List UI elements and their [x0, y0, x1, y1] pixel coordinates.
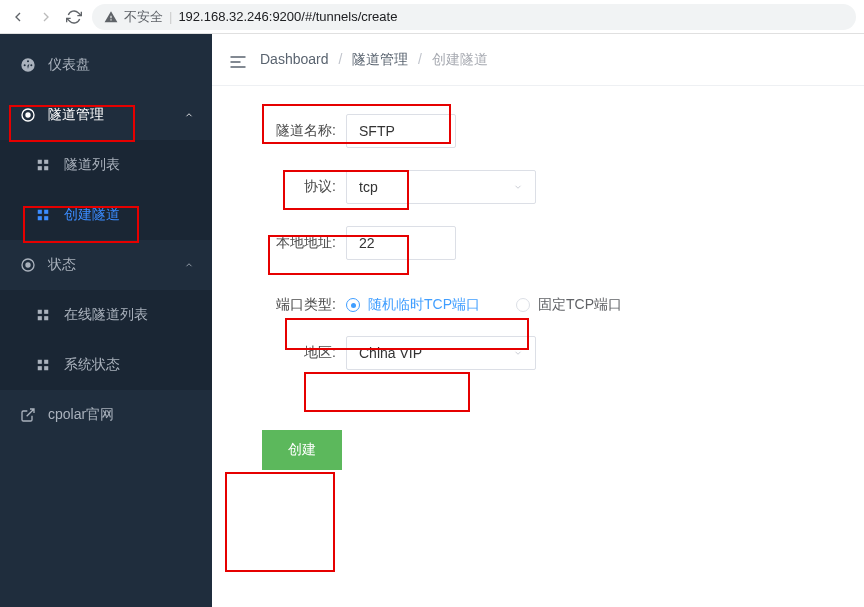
breadcrumb: Dashboard / 隧道管理 / 创建隧道 — [260, 51, 488, 69]
back-icon[interactable] — [8, 7, 28, 27]
svg-point-1 — [26, 113, 30, 117]
svg-rect-15 — [44, 316, 48, 320]
sidebar-label: 在线隧道列表 — [64, 306, 148, 324]
sidebar: 仪表盘 隧道管理 隧道列表 创建隧道 状态 在线隧道列表 系统状态 — [0, 34, 212, 607]
svg-rect-12 — [38, 310, 42, 314]
sidebar-label: 状态 — [48, 256, 76, 274]
sidebar-item-tunnel-mgmt[interactable]: 隧道管理 — [0, 90, 212, 140]
svg-rect-16 — [38, 360, 42, 364]
tunnel-name-label: 隧道名称: — [252, 122, 346, 140]
sidebar-label: 创建隧道 — [64, 206, 120, 224]
external-link-icon — [20, 407, 36, 423]
svg-rect-3 — [44, 160, 48, 164]
sidebar-item-sys-status[interactable]: 系统状态 — [0, 340, 212, 390]
radio-fixed-port[interactable]: 固定TCP端口 — [516, 296, 622, 314]
region-label: 地区: — [252, 344, 346, 362]
svg-rect-4 — [38, 166, 42, 170]
region-select[interactable]: China VIP — [346, 336, 536, 370]
svg-rect-17 — [44, 360, 48, 364]
sidebar-label: 仪表盘 — [48, 56, 90, 74]
sidebar-label: 隧道列表 — [64, 156, 120, 174]
sidebar-label: cpolar官网 — [48, 406, 114, 424]
port-type-label: 端口类型: — [252, 296, 346, 314]
protocol-label: 协议: — [252, 178, 346, 196]
svg-rect-6 — [38, 210, 42, 214]
grid-icon — [36, 308, 50, 322]
sidebar-item-create-tunnel[interactable]: 创建隧道 — [0, 190, 212, 240]
chevron-down-icon — [513, 179, 523, 195]
svg-rect-7 — [44, 210, 48, 214]
forward-icon[interactable] — [36, 7, 56, 27]
svg-point-11 — [26, 263, 30, 267]
reload-icon[interactable] — [64, 7, 84, 27]
local-addr-label: 本地地址: — [252, 234, 346, 252]
svg-rect-8 — [38, 216, 42, 220]
sidebar-item-cpolar-site[interactable]: cpolar官网 — [0, 390, 212, 440]
crumb-tunnel-mgmt[interactable]: 隧道管理 — [352, 51, 408, 67]
svg-rect-18 — [38, 366, 42, 370]
chevron-down-icon — [513, 345, 523, 361]
sidebar-label: 系统状态 — [64, 356, 120, 374]
insecure-label: 不安全 — [124, 8, 163, 26]
target-icon — [20, 107, 36, 123]
chevron-up-icon — [184, 107, 194, 123]
menu-toggle-icon[interactable] — [228, 52, 248, 68]
grid-icon — [36, 358, 50, 372]
svg-rect-19 — [44, 366, 48, 370]
crumb-create: 创建隧道 — [432, 51, 488, 67]
protocol-select[interactable]: tcp — [346, 170, 536, 204]
insecure-icon — [104, 10, 118, 24]
sidebar-item-status[interactable]: 状态 — [0, 240, 212, 290]
radio-random-port[interactable]: 随机临时TCP端口 — [346, 296, 480, 314]
url-rest: :9200/#/tunnels/create — [269, 9, 398, 24]
crumb-dashboard[interactable]: Dashboard — [260, 51, 329, 67]
url-ip: 192.168.32.246 — [178, 9, 268, 24]
gauge-icon — [20, 57, 36, 73]
grid-icon — [36, 158, 50, 172]
target-icon — [20, 257, 36, 273]
sidebar-item-online-list[interactable]: 在线隧道列表 — [0, 290, 212, 340]
sidebar-item-tunnel-list[interactable]: 隧道列表 — [0, 140, 212, 190]
tunnel-name-input[interactable] — [346, 114, 456, 148]
svg-rect-9 — [44, 216, 48, 220]
svg-rect-5 — [44, 166, 48, 170]
sidebar-label: 隧道管理 — [48, 106, 104, 124]
svg-rect-2 — [38, 160, 42, 164]
chevron-up-icon — [184, 257, 194, 273]
radio-icon — [516, 298, 530, 312]
grid-icon — [36, 208, 50, 222]
local-addr-input[interactable] — [346, 226, 456, 260]
svg-rect-14 — [38, 316, 42, 320]
sidebar-item-dashboard[interactable]: 仪表盘 — [0, 40, 212, 90]
create-button[interactable]: 创建 — [262, 430, 342, 470]
url-bar[interactable]: 不安全 | 192.168.32.246:9200/#/tunnels/crea… — [92, 4, 856, 30]
radio-icon — [346, 298, 360, 312]
svg-rect-13 — [44, 310, 48, 314]
